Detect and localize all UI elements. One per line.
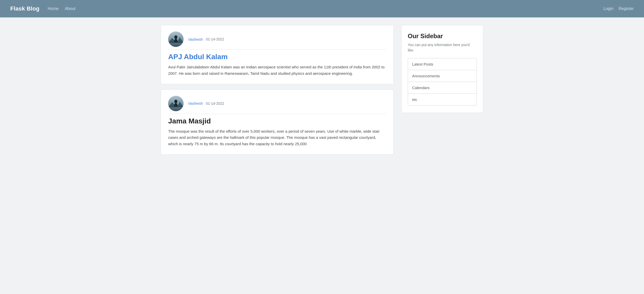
post-meta-2: Vashesh 01-14-2022 <box>188 101 224 106</box>
navbar-links: Home About <box>48 6 76 11</box>
sidebar: Our Sidebar You can put any information … <box>401 25 483 113</box>
nav-link-home[interactable]: Home <box>48 6 59 11</box>
sidebar-description: You can put any information here you'd l… <box>408 42 477 53</box>
navbar-right: Login Register <box>603 6 634 11</box>
avatar-2 <box>168 96 184 111</box>
svg-point-2 <box>174 35 177 39</box>
post-card-1: Vashesh 01-14-2022 APJ Abdul Kalam Avul … <box>161 25 394 84</box>
navbar: Flask Blog Home About Login Register <box>0 0 644 17</box>
nav-link-register[interactable]: Register <box>618 6 634 11</box>
sidebar-item-calendars[interactable]: Calendars <box>408 82 477 94</box>
navbar-left: Flask Blog Home About <box>10 5 76 12</box>
post-author-2[interactable]: Vashesh <box>188 101 203 106</box>
post-body-1: Avul Pakir Jainulabdeen Abdul Kalam was … <box>168 64 386 77</box>
post-title-1: APJ Abdul Kalam <box>168 53 386 61</box>
post-meta-row-1: Vashesh 01-14-2022 <box>188 37 224 41</box>
posts-section: Vashesh 01-14-2022 APJ Abdul Kalam Avul … <box>161 25 394 155</box>
post-card-2: Vashesh 01-14-2022 Jama Masjid The mosqu… <box>161 89 394 155</box>
avatar-1 <box>168 32 184 47</box>
sidebar-item-latest-posts[interactable]: Latest Posts <box>408 58 477 70</box>
svg-point-5 <box>174 100 177 103</box>
nav-link-about[interactable]: About <box>65 6 76 11</box>
sidebar-item-announcements[interactable]: Announcements <box>408 70 477 82</box>
main-container: Vashesh 01-14-2022 APJ Abdul Kalam Avul … <box>156 17 488 162</box>
post-header-1: Vashesh 01-14-2022 <box>168 32 386 47</box>
sidebar-title: Our Sidebar <box>408 33 477 40</box>
post-meta-row-2: Vashesh 01-14-2022 <box>188 101 224 106</box>
post-date-2: 01-14-2022 <box>206 101 224 106</box>
sidebar-item-etc[interactable]: etc <box>408 94 477 105</box>
post-header-2: Vashesh 01-14-2022 <box>168 96 386 111</box>
post-body-2: The mosque was the result of the efforts… <box>168 128 386 147</box>
post-divider-1 <box>168 49 386 50</box>
sidebar-list: Latest Posts Announcements Calendars etc <box>408 58 477 106</box>
navbar-brand[interactable]: Flask Blog <box>10 5 39 12</box>
post-title-2: Jama Masjid <box>168 117 386 125</box>
post-author-1[interactable]: Vashesh <box>188 37 203 41</box>
post-meta-1: Vashesh 01-14-2022 <box>188 37 224 41</box>
nav-link-login[interactable]: Login <box>603 6 613 11</box>
post-date-1: 01-14-2022 <box>206 37 224 41</box>
post-divider-2 <box>168 114 386 114</box>
